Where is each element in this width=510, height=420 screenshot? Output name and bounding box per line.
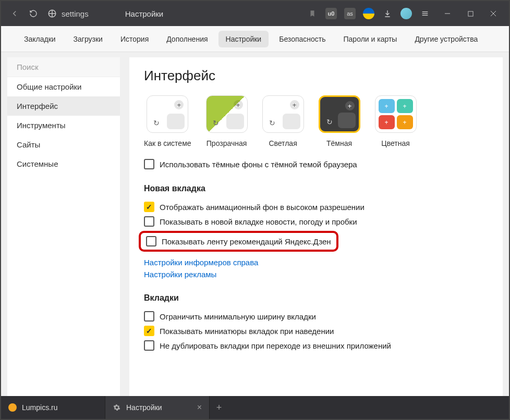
- plus-icon: +: [290, 100, 299, 109]
- browser-tab-lumpics[interactable]: Lumpics.ru: [1, 396, 105, 419]
- reload-button[interactable]: [24, 4, 43, 23]
- tab-settings[interactable]: Настройки: [218, 31, 269, 47]
- checkbox-label: Ограничить минимальную ширину вкладки: [160, 312, 316, 321]
- plus-icon: +: [174, 100, 184, 109]
- site-favicon: [46, 7, 58, 20]
- browser-tab-settings[interactable]: Настройки ×: [105, 396, 210, 419]
- protect-icon[interactable]: [400, 8, 412, 19]
- newtab-option-anim[interactable]: Отображать анимационный фон в высоком ра…: [144, 202, 488, 212]
- bookmark-icon[interactable]: [307, 8, 318, 19]
- tab-label: Lumpics.ru: [22, 403, 57, 412]
- ublock-icon[interactable]: u0: [325, 8, 337, 19]
- tab-passwords[interactable]: Пароли и карты: [336, 31, 405, 47]
- titlebar: settings Настройки u0 as: [1, 1, 509, 26]
- tile-icon: +: [397, 99, 413, 113]
- tabs-option-nodupe[interactable]: Не дублировать вкладки при переходе из в…: [144, 340, 488, 351]
- tile-icon: +: [397, 115, 413, 129]
- settings-sidebar: Поиск Общие настройки Интерфейс Инструме…: [7, 57, 120, 396]
- checkbox-label: Использовать тёмные фоны с тёмной темой …: [160, 160, 357, 169]
- plus-icon: +: [345, 101, 355, 110]
- reload-icon: ↻: [267, 118, 277, 128]
- tab-history[interactable]: История: [113, 31, 156, 47]
- darkbg-option[interactable]: Использовать тёмные фоны с тёмной темой …: [144, 159, 488, 169]
- browser-tabbar: Lumpics.ru Настройки × +: [1, 396, 509, 419]
- checkbox[interactable]: [144, 202, 154, 212]
- sidebar-item-sites[interactable]: Сайты: [7, 135, 120, 154]
- reload-icon: ↻: [151, 118, 162, 128]
- checkbox-label: Не дублировать вкладки при переходе из в…: [160, 341, 391, 350]
- tab-devices[interactable]: Другие устройства: [407, 31, 485, 47]
- menu-icon[interactable]: [419, 8, 431, 19]
- section-newtab-heading: Новая вкладка: [144, 184, 488, 193]
- tile-icon: +: [379, 99, 395, 113]
- sidebar-item-system[interactable]: Системные: [7, 154, 120, 174]
- tabs-option-thumbs[interactable]: Показывать миниатюры вкладок при наведен…: [144, 326, 488, 336]
- tab-bookmarks[interactable]: Закладки: [17, 31, 63, 47]
- theme-preview-light: + ↻: [262, 95, 304, 133]
- tab-label: Настройки: [126, 403, 162, 412]
- back-button[interactable]: [5, 4, 24, 23]
- globe-icon[interactable]: [363, 8, 374, 19]
- link-ads[interactable]: Настройки рекламы: [144, 270, 488, 279]
- lastfm-icon[interactable]: as: [344, 8, 356, 19]
- theme-label: Как в системе: [144, 139, 191, 147]
- checkbox[interactable]: [146, 236, 156, 246]
- theme-label: Цветная: [381, 139, 409, 147]
- sidebar-search[interactable]: Поиск: [7, 57, 120, 77]
- checkbox[interactable]: [144, 340, 154, 351]
- theme-label: Тёмная: [326, 139, 352, 147]
- sidebar-item-tools[interactable]: Инструменты: [7, 116, 120, 135]
- url-label[interactable]: settings: [62, 9, 89, 18]
- checkbox[interactable]: [144, 159, 154, 169]
- tab-addons[interactable]: Дополнения: [159, 31, 215, 47]
- checkbox[interactable]: [144, 326, 154, 336]
- checkbox[interactable]: [144, 216, 154, 227]
- checkbox[interactable]: [144, 311, 154, 322]
- theme-preview-color: + + + +: [375, 95, 417, 133]
- theme-system[interactable]: + ↻ Как в системе: [144, 95, 191, 147]
- theme-dark[interactable]: + ↻ Тёмная: [319, 95, 360, 147]
- tab-downloads[interactable]: Загрузки: [66, 31, 110, 47]
- sidebar-item-general[interactable]: Общие настройки: [7, 77, 120, 96]
- reload-icon: ↻: [211, 118, 221, 128]
- tile-icon: [283, 114, 300, 129]
- new-tab-button[interactable]: +: [210, 396, 228, 419]
- tile-icon: [338, 113, 356, 128]
- body-area: Поиск Общие настройки Интерфейс Инструме…: [1, 52, 509, 396]
- checkbox-label: Показывать в новой вкладке новости, пого…: [160, 217, 357, 226]
- theme-preview-system: + ↻: [147, 95, 188, 133]
- minimize-button[interactable]: [436, 2, 459, 25]
- settings-tabbar: Закладки Загрузки История Дополнения Нас…: [1, 26, 509, 52]
- maximize-button[interactable]: [459, 2, 482, 25]
- tab-security[interactable]: Безопасность: [272, 31, 333, 47]
- gear-icon: [113, 403, 121, 412]
- theme-transparent[interactable]: + ↻ Прозрачная: [206, 95, 248, 147]
- highlighted-option: Показывать ленту рекомендаций Яндекс.Дзе…: [139, 231, 338, 252]
- theme-preview-dark: + ↻: [319, 95, 360, 133]
- theme-color[interactable]: + + + + Цветная: [375, 95, 417, 147]
- close-tab-icon[interactable]: ×: [197, 403, 202, 412]
- settings-content: Интерфейс + ↻ Как в системе + ↻: [129, 57, 503, 396]
- theme-label: Прозрачная: [207, 139, 247, 147]
- extension-icons: u0 as: [307, 8, 431, 19]
- link-informers[interactable]: Настройки информеров справа: [144, 258, 488, 267]
- theme-label: Светлая: [269, 139, 297, 147]
- theme-light[interactable]: + ↻ Светлая: [262, 95, 304, 147]
- newtab-option-news[interactable]: Показывать в новой вкладке новости, пого…: [144, 216, 488, 227]
- tabs-option-minwidth[interactable]: Ограничить минимальную ширину вкладки: [144, 311, 488, 322]
- tile-icon: [167, 114, 185, 129]
- plus-icon: +: [234, 100, 243, 109]
- theme-preview-transparent: + ↻: [206, 95, 248, 133]
- section-tabs-heading: Вкладки: [144, 293, 488, 303]
- newtab-option-zen[interactable]: Показывать ленту рекомендаций Яндекс.Дзе…: [146, 236, 331, 246]
- checkbox-label: Отображать анимационный фон в высоком ра…: [160, 203, 365, 212]
- sidebar-item-interface[interactable]: Интерфейс: [7, 96, 120, 116]
- page-title: Настройки: [125, 9, 164, 18]
- tile-icon: +: [379, 115, 395, 129]
- tab-favicon: [8, 403, 17, 412]
- theme-selector: + ↻ Как в системе + ↻ Прозрачная: [144, 95, 488, 147]
- download-icon[interactable]: [382, 8, 393, 19]
- reload-icon: ↻: [324, 117, 335, 127]
- close-button[interactable]: [482, 2, 505, 25]
- checkbox-label: Показывать миниатюры вкладок при наведен…: [160, 327, 334, 336]
